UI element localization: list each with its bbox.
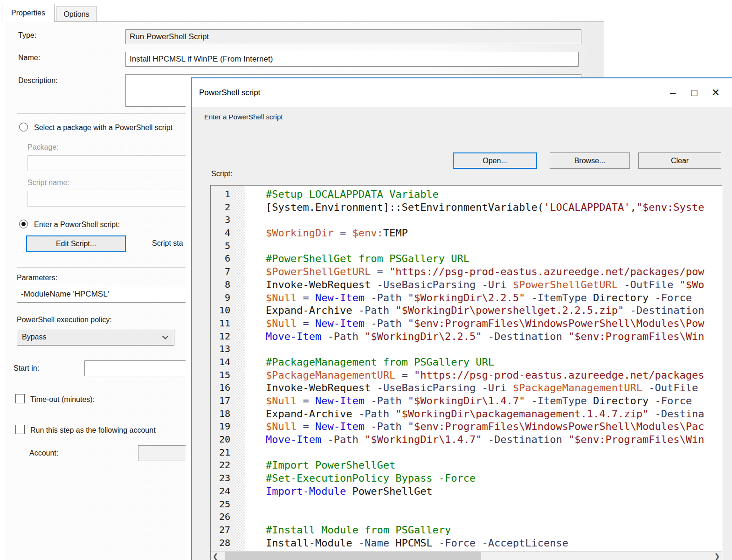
scroll-left-icon[interactable]: ❮ bbox=[211, 552, 220, 560]
line-number: 20 bbox=[211, 433, 235, 446]
run-as-label: Run this step as the following account bbox=[30, 426, 156, 435]
code-line: $PowerShellGetURL = "https://psg-prod-ea… bbox=[266, 265, 722, 278]
clear-button[interactable]: Clear bbox=[638, 152, 721, 169]
code-line: $Null = New-Item -Path "$env:ProgramFile… bbox=[266, 420, 722, 433]
screen: Properties Options Type: Name: Descripti… bbox=[0, 0, 732, 560]
line-number: 27 bbox=[211, 524, 235, 537]
execution-policy-label: PowerShell execution policy: bbox=[17, 316, 112, 324]
code-line: Move-Item -Path "$WorkingDir\2.2.5" -Des… bbox=[266, 330, 722, 343]
package-label: Package: bbox=[28, 143, 59, 152]
radio-selected-dot bbox=[21, 222, 26, 226]
description-label: Description: bbox=[18, 76, 57, 85]
code-line bbox=[266, 214, 722, 227]
start-in-label: Start in: bbox=[14, 364, 39, 373]
line-number: 13 bbox=[211, 343, 235, 356]
code-line: $Null = New-Item -Path "$WorkingDir\1.4.… bbox=[266, 394, 722, 408]
name-label: Name: bbox=[18, 54, 40, 62]
parameters-label: Parameters: bbox=[17, 274, 57, 282]
open-button[interactable]: Open... bbox=[453, 152, 537, 169]
editor-code[interactable]: #Setup LOCALAPPDATA Variable[System.Envi… bbox=[245, 186, 722, 551]
code-line: #Import PowerShellGet bbox=[266, 459, 722, 472]
code-line bbox=[266, 446, 722, 459]
code-line: Expand-Archive -Path "$WorkingDir\packag… bbox=[266, 408, 722, 421]
minimize-icon[interactable]: – bbox=[662, 82, 684, 104]
line-number: 15 bbox=[211, 369, 235, 382]
name-field[interactable] bbox=[125, 52, 579, 67]
timeout-label: Time-out (minutes): bbox=[30, 395, 95, 404]
line-number: 16 bbox=[211, 381, 235, 394]
close-icon[interactable]: ✕ bbox=[705, 82, 726, 104]
dialog-prompt: Enter a PowerShell script bbox=[204, 113, 283, 121]
radio-enter-script[interactable] bbox=[19, 220, 28, 228]
execution-policy-value: Bypass bbox=[22, 333, 46, 341]
line-number: 21 bbox=[211, 446, 235, 459]
code-line: Install-Module -Name HPCMSL -Force -Acce… bbox=[266, 537, 722, 550]
code-line: #Install Module from PSGallery bbox=[266, 524, 722, 537]
code-line: Import-Module PowerShellGet bbox=[266, 485, 722, 498]
script-editor: 1234567891011121314151617181920212223242… bbox=[210, 185, 722, 560]
scrollbar-thumb[interactable] bbox=[225, 552, 481, 560]
line-number: 9 bbox=[211, 291, 235, 304]
editor-main: 1234567891011121314151617181920212223242… bbox=[211, 186, 722, 551]
dialog-titlebar[interactable]: PowerShell script – □ ✕ bbox=[192, 78, 732, 107]
account-label: Account: bbox=[29, 449, 58, 457]
editor-gutter: 1234567891011121314151617181920212223242… bbox=[211, 186, 235, 551]
radio-enter-script-label: Enter a PowerShell script: bbox=[34, 221, 120, 229]
line-number: 28 bbox=[211, 537, 235, 550]
line-number: 5 bbox=[211, 240, 235, 253]
type-field bbox=[125, 29, 581, 44]
code-line: #PackageManagement from PSGallery URL bbox=[266, 356, 722, 369]
code-line: Invoke-WebRequest -UseBasicParsing -Uri … bbox=[266, 381, 722, 394]
horizontal-scrollbar[interactable]: ❮ ❯ bbox=[211, 551, 722, 560]
line-number: 7 bbox=[211, 265, 235, 278]
tab-properties[interactable]: Properties bbox=[2, 4, 55, 22]
scrollbar-track[interactable] bbox=[220, 552, 712, 560]
dialog-title: PowerShell script bbox=[199, 78, 260, 107]
code-line: $Null = New-Item -Path "$env:ProgramFile… bbox=[266, 317, 722, 330]
code-line: Move-Item -Path "$WorkingDir\1.4.7" -Des… bbox=[266, 433, 722, 446]
window-controls: – □ ✕ bbox=[662, 78, 726, 107]
code-line: #Setup LOCALAPPDATA Variable bbox=[266, 188, 722, 201]
code-line: $PackageManagementURL = "https://psg-pro… bbox=[266, 369, 722, 382]
line-number: 23 bbox=[211, 472, 235, 485]
code-line: #Set-ExecutionPolicy Bypass -Force bbox=[266, 472, 722, 485]
line-number: 2 bbox=[211, 201, 235, 214]
script-name-label: Script name: bbox=[28, 179, 69, 187]
browse-button[interactable]: Browse... bbox=[550, 152, 630, 169]
code-line: [System.Environment]::SetEnvironmentVari… bbox=[266, 201, 722, 214]
line-number: 6 bbox=[211, 252, 235, 265]
radio-select-package[interactable] bbox=[19, 123, 28, 131]
radio-select-package-label: Select a package with a PowerShell scrip… bbox=[34, 124, 173, 132]
line-number: 24 bbox=[211, 485, 235, 498]
editor-icon-margin bbox=[235, 186, 245, 551]
code-line: #PowerShellGet from PSGallery URL bbox=[266, 252, 722, 265]
code-line bbox=[266, 511, 722, 524]
line-number: 8 bbox=[211, 278, 235, 291]
line-number: 22 bbox=[211, 459, 235, 472]
line-number: 14 bbox=[211, 356, 235, 369]
code-line: Expand-Archive -Path "$WorkingDir\powers… bbox=[266, 304, 722, 317]
line-number: 10 bbox=[211, 304, 235, 317]
powershell-script-dialog: PowerShell script – □ ✕ Enter a PowerShe… bbox=[191, 77, 732, 560]
line-number: 17 bbox=[211, 394, 235, 408]
script-status-label: Script sta bbox=[152, 239, 183, 248]
edit-script-button[interactable]: Edit Script... bbox=[26, 235, 126, 252]
type-label: Type: bbox=[18, 31, 36, 40]
line-number: 26 bbox=[211, 511, 235, 524]
run-as-checkbox[interactable] bbox=[15, 425, 25, 434]
script-label: Script: bbox=[211, 170, 232, 178]
code-line bbox=[266, 240, 722, 253]
code-line: Invoke-WebRequest -UseBasicParsing -Uri … bbox=[266, 278, 722, 291]
code-line bbox=[266, 498, 722, 511]
timeout-checkbox[interactable] bbox=[15, 394, 25, 403]
code-line bbox=[266, 343, 722, 356]
execution-policy-select[interactable]: Bypass bbox=[17, 329, 174, 346]
line-number: 4 bbox=[211, 227, 235, 240]
line-number: 1 bbox=[211, 188, 235, 201]
line-number: 19 bbox=[211, 420, 235, 433]
code-line: $Null = New-Item -Path "$WorkingDir\2.2.… bbox=[266, 291, 722, 304]
tab-options[interactable]: Options bbox=[56, 7, 97, 22]
line-number: 25 bbox=[211, 498, 235, 511]
scroll-right-icon[interactable]: ❯ bbox=[712, 552, 722, 560]
maximize-icon[interactable]: □ bbox=[684, 82, 705, 104]
